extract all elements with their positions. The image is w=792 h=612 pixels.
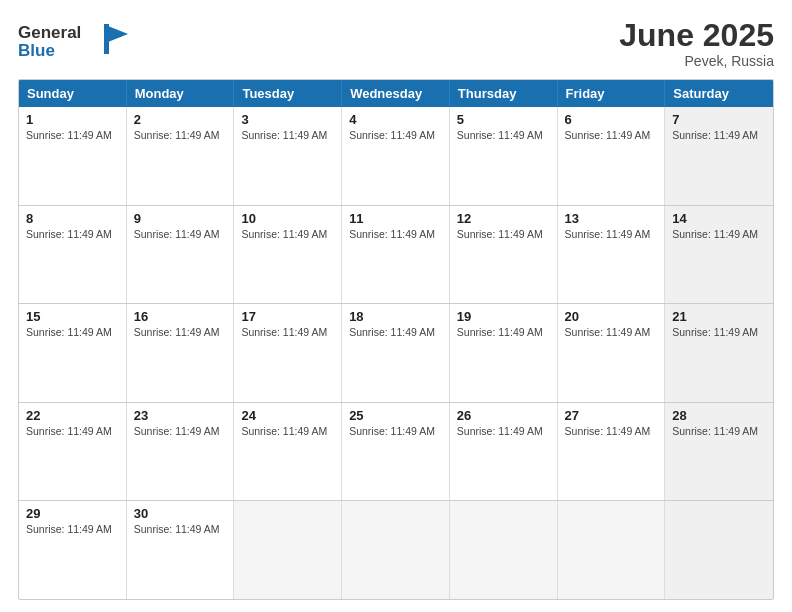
sunrise-text: Sunrise: 11:49 AM xyxy=(565,228,658,240)
day-number: 6 xyxy=(565,112,658,127)
day-number: 2 xyxy=(134,112,227,127)
day-number: 5 xyxy=(457,112,550,127)
sunrise-text: Sunrise: 11:49 AM xyxy=(26,129,119,141)
day-number: 11 xyxy=(349,211,442,226)
sunrise-text: Sunrise: 11:49 AM xyxy=(134,129,227,141)
sunrise-text: Sunrise: 11:49 AM xyxy=(672,228,766,240)
cell-2: 2 Sunrise: 11:49 AM xyxy=(127,107,235,205)
page: General Blue June 2025 Pevek, Russia Sun… xyxy=(0,0,792,612)
cell-8: 8 Sunrise: 11:49 AM xyxy=(19,206,127,304)
sunrise-text: Sunrise: 11:49 AM xyxy=(672,129,766,141)
day-number: 30 xyxy=(134,506,227,521)
cell-1: 1 Sunrise: 11:49 AM xyxy=(19,107,127,205)
cell-empty-4 xyxy=(558,501,666,599)
sunrise-text: Sunrise: 11:49 AM xyxy=(26,523,119,535)
cell-empty-1 xyxy=(234,501,342,599)
sunrise-text: Sunrise: 11:49 AM xyxy=(241,228,334,240)
cell-15: 15 Sunrise: 11:49 AM xyxy=(19,304,127,402)
cell-empty-2 xyxy=(342,501,450,599)
cell-27: 27 Sunrise: 11:49 AM xyxy=(558,403,666,501)
day-number: 4 xyxy=(349,112,442,127)
cell-22: 22 Sunrise: 11:49 AM xyxy=(19,403,127,501)
sunrise-text: Sunrise: 11:49 AM xyxy=(457,326,550,338)
sunrise-text: Sunrise: 11:49 AM xyxy=(134,326,227,338)
header-monday: Monday xyxy=(127,80,235,107)
day-number: 13 xyxy=(565,211,658,226)
header-saturday: Saturday xyxy=(665,80,773,107)
day-number: 21 xyxy=(672,309,766,324)
cell-14: 14 Sunrise: 11:49 AM xyxy=(665,206,773,304)
calendar-body: 1 Sunrise: 11:49 AM 2 Sunrise: 11:49 AM … xyxy=(19,107,773,599)
week-row-3: 15 Sunrise: 11:49 AM 16 Sunrise: 11:49 A… xyxy=(19,304,773,403)
location: Pevek, Russia xyxy=(619,53,774,69)
day-number: 26 xyxy=(457,408,550,423)
day-number: 18 xyxy=(349,309,442,324)
svg-text:Blue: Blue xyxy=(18,41,55,60)
title-block: June 2025 Pevek, Russia xyxy=(619,18,774,69)
sunrise-text: Sunrise: 11:49 AM xyxy=(349,326,442,338)
day-number: 25 xyxy=(349,408,442,423)
sunrise-text: Sunrise: 11:49 AM xyxy=(565,425,658,437)
logo-text: General Blue xyxy=(18,18,128,66)
sunrise-text: Sunrise: 11:49 AM xyxy=(565,129,658,141)
day-number: 7 xyxy=(672,112,766,127)
header-thursday: Thursday xyxy=(450,80,558,107)
sunrise-text: Sunrise: 11:49 AM xyxy=(26,228,119,240)
day-number: 9 xyxy=(134,211,227,226)
day-number: 14 xyxy=(672,211,766,226)
sunrise-text: Sunrise: 11:49 AM xyxy=(134,523,227,535)
cell-26: 26 Sunrise: 11:49 AM xyxy=(450,403,558,501)
cell-10: 10 Sunrise: 11:49 AM xyxy=(234,206,342,304)
week-row-4: 22 Sunrise: 11:49 AM 23 Sunrise: 11:49 A… xyxy=(19,403,773,502)
day-number: 17 xyxy=(241,309,334,324)
day-number: 19 xyxy=(457,309,550,324)
cell-11: 11 Sunrise: 11:49 AM xyxy=(342,206,450,304)
cell-9: 9 Sunrise: 11:49 AM xyxy=(127,206,235,304)
day-number: 27 xyxy=(565,408,658,423)
cell-28: 28 Sunrise: 11:49 AM xyxy=(665,403,773,501)
sunrise-text: Sunrise: 11:49 AM xyxy=(134,425,227,437)
day-number: 8 xyxy=(26,211,119,226)
sunrise-text: Sunrise: 11:49 AM xyxy=(672,326,766,338)
sunrise-text: Sunrise: 11:49 AM xyxy=(241,129,334,141)
sunrise-text: Sunrise: 11:49 AM xyxy=(134,228,227,240)
day-number: 10 xyxy=(241,211,334,226)
sunrise-text: Sunrise: 11:49 AM xyxy=(241,425,334,437)
svg-rect-3 xyxy=(104,24,109,54)
day-number: 1 xyxy=(26,112,119,127)
sunrise-text: Sunrise: 11:49 AM xyxy=(457,129,550,141)
cell-18: 18 Sunrise: 11:49 AM xyxy=(342,304,450,402)
calendar: Sunday Monday Tuesday Wednesday Thursday… xyxy=(18,79,774,600)
cell-5: 5 Sunrise: 11:49 AM xyxy=(450,107,558,205)
sunrise-text: Sunrise: 11:49 AM xyxy=(349,129,442,141)
cell-7: 7 Sunrise: 11:49 AM xyxy=(665,107,773,205)
day-number: 12 xyxy=(457,211,550,226)
svg-marker-2 xyxy=(108,26,128,42)
sunrise-text: Sunrise: 11:49 AM xyxy=(565,326,658,338)
header: General Blue June 2025 Pevek, Russia xyxy=(18,18,774,69)
cell-4: 4 Sunrise: 11:49 AM xyxy=(342,107,450,205)
week-row-1: 1 Sunrise: 11:49 AM 2 Sunrise: 11:49 AM … xyxy=(19,107,773,206)
cell-24: 24 Sunrise: 11:49 AM xyxy=(234,403,342,501)
sunrise-text: Sunrise: 11:49 AM xyxy=(672,425,766,437)
sunrise-text: Sunrise: 11:49 AM xyxy=(26,326,119,338)
cell-20: 20 Sunrise: 11:49 AM xyxy=(558,304,666,402)
sunrise-text: Sunrise: 11:49 AM xyxy=(241,326,334,338)
cell-3: 3 Sunrise: 11:49 AM xyxy=(234,107,342,205)
header-sunday: Sunday xyxy=(19,80,127,107)
cell-16: 16 Sunrise: 11:49 AM xyxy=(127,304,235,402)
header-tuesday: Tuesday xyxy=(234,80,342,107)
day-number: 24 xyxy=(241,408,334,423)
day-number: 20 xyxy=(565,309,658,324)
month-title: June 2025 xyxy=(619,18,774,53)
cell-empty-5 xyxy=(665,501,773,599)
day-number: 3 xyxy=(241,112,334,127)
week-row-5: 29 Sunrise: 11:49 AM 30 Sunrise: 11:49 A… xyxy=(19,501,773,599)
cell-30: 30 Sunrise: 11:49 AM xyxy=(127,501,235,599)
day-number: 22 xyxy=(26,408,119,423)
cell-6: 6 Sunrise: 11:49 AM xyxy=(558,107,666,205)
day-number: 29 xyxy=(26,506,119,521)
sunrise-text: Sunrise: 11:49 AM xyxy=(457,425,550,437)
sunrise-text: Sunrise: 11:49 AM xyxy=(457,228,550,240)
cell-13: 13 Sunrise: 11:49 AM xyxy=(558,206,666,304)
